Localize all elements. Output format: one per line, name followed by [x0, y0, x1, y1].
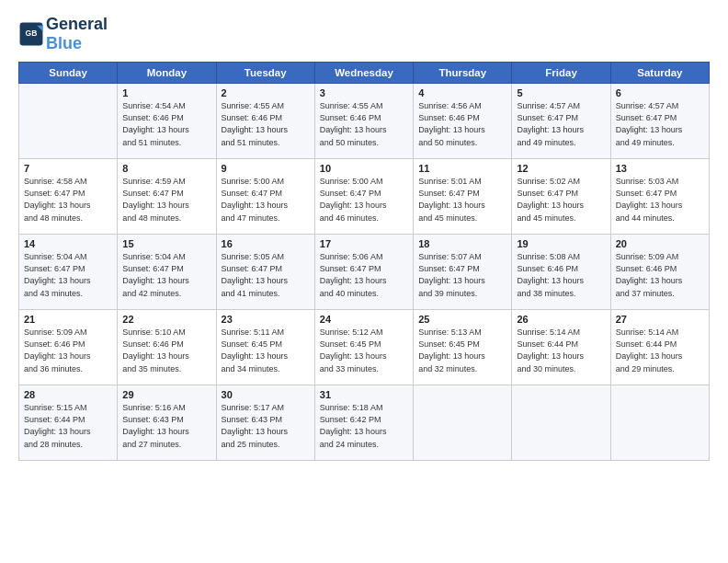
- day-cell: 4Sunrise: 4:56 AM Sunset: 6:46 PM Daylig…: [414, 84, 512, 159]
- day-info: Sunrise: 5:17 AM Sunset: 6:43 PM Dayligh…: [222, 402, 310, 450]
- day-cell: [610, 385, 709, 461]
- day-info: Sunrise: 5:09 AM Sunset: 6:46 PM Dayligh…: [24, 327, 112, 374]
- day-info: Sunrise: 4:55 AM Sunset: 6:46 PM Dayligh…: [320, 100, 408, 148]
- day-info: Sunrise: 5:00 AM Sunset: 6:47 PM Dayligh…: [320, 176, 408, 224]
- day-header-thursday: Thursday: [414, 63, 512, 84]
- week-row-3: 14Sunrise: 5:04 AM Sunset: 6:47 PM Dayli…: [19, 235, 710, 310]
- day-info: Sunrise: 5:04 AM Sunset: 6:47 PM Dayligh…: [122, 251, 210, 299]
- day-info: Sunrise: 5:02 AM Sunset: 6:47 PM Dayligh…: [517, 176, 605, 224]
- day-info: Sunrise: 5:15 AM Sunset: 6:44 PM Dayligh…: [24, 402, 112, 450]
- day-cell: 14Sunrise: 5:04 AM Sunset: 6:47 PM Dayli…: [19, 235, 118, 310]
- week-row-4: 21Sunrise: 5:09 AM Sunset: 6:46 PM Dayli…: [19, 310, 710, 385]
- day-info: Sunrise: 4:57 AM Sunset: 6:47 PM Dayligh…: [616, 100, 704, 148]
- day-info: Sunrise: 5:00 AM Sunset: 6:47 PM Dayligh…: [222, 176, 310, 224]
- day-info: Sunrise: 5:04 AM Sunset: 6:47 PM Dayligh…: [24, 251, 112, 299]
- day-cell: 15Sunrise: 5:04 AM Sunset: 6:47 PM Dayli…: [118, 235, 216, 310]
- week-row-1: 1Sunrise: 4:54 AM Sunset: 6:46 PM Daylig…: [19, 84, 710, 159]
- day-cell: 29Sunrise: 5:16 AM Sunset: 6:43 PM Dayli…: [118, 385, 216, 461]
- day-number: 14: [24, 238, 112, 249]
- day-number: 1: [122, 87, 210, 98]
- day-cell: 28Sunrise: 5:15 AM Sunset: 6:44 PM Dayli…: [19, 385, 118, 461]
- day-number: 12: [517, 163, 605, 174]
- day-number: 5: [517, 87, 605, 98]
- day-header-saturday: Saturday: [610, 63, 709, 84]
- day-cell: [512, 385, 610, 461]
- day-cell: 24Sunrise: 5:12 AM Sunset: 6:45 PM Dayli…: [314, 310, 413, 385]
- day-number: 9: [222, 163, 310, 174]
- day-info: Sunrise: 4:54 AM Sunset: 6:46 PM Dayligh…: [122, 100, 210, 148]
- day-info: Sunrise: 5:09 AM Sunset: 6:46 PM Dayligh…: [616, 251, 704, 299]
- day-number: 21: [24, 314, 112, 325]
- logo-blue: Blue: [46, 34, 108, 53]
- day-cell: 23Sunrise: 5:11 AM Sunset: 6:45 PM Dayli…: [216, 310, 314, 385]
- calendar-table: SundayMondayTuesdayWednesdayThursdayFrid…: [18, 62, 710, 461]
- day-number: 3: [320, 87, 408, 98]
- day-cell: 8Sunrise: 4:59 AM Sunset: 6:47 PM Daylig…: [118, 159, 216, 235]
- day-info: Sunrise: 5:12 AM Sunset: 6:45 PM Dayligh…: [320, 327, 408, 374]
- day-info: Sunrise: 4:58 AM Sunset: 6:47 PM Dayligh…: [24, 176, 112, 224]
- day-info: Sunrise: 5:13 AM Sunset: 6:45 PM Dayligh…: [418, 327, 506, 374]
- logo-icon: GB: [18, 21, 44, 47]
- day-cell: 6Sunrise: 4:57 AM Sunset: 6:47 PM Daylig…: [610, 84, 709, 159]
- day-cell: 12Sunrise: 5:02 AM Sunset: 6:47 PM Dayli…: [512, 159, 610, 235]
- day-info: Sunrise: 4:57 AM Sunset: 6:47 PM Dayligh…: [517, 100, 605, 148]
- day-cell: 5Sunrise: 4:57 AM Sunset: 6:47 PM Daylig…: [512, 84, 610, 159]
- day-number: 11: [418, 163, 506, 174]
- day-cell: 20Sunrise: 5:09 AM Sunset: 6:46 PM Dayli…: [610, 235, 709, 310]
- day-cell: 11Sunrise: 5:01 AM Sunset: 6:47 PM Dayli…: [414, 159, 512, 235]
- day-number: 8: [122, 163, 210, 174]
- day-cell: 13Sunrise: 5:03 AM Sunset: 6:47 PM Dayli…: [610, 159, 709, 235]
- day-header-wednesday: Wednesday: [314, 63, 413, 84]
- day-number: 26: [517, 314, 605, 325]
- week-row-2: 7Sunrise: 4:58 AM Sunset: 6:47 PM Daylig…: [19, 159, 710, 235]
- day-number: 17: [320, 238, 408, 249]
- day-info: Sunrise: 5:16 AM Sunset: 6:43 PM Dayligh…: [122, 402, 210, 450]
- day-number: 19: [517, 238, 605, 249]
- day-header-monday: Monday: [118, 63, 216, 84]
- day-header-tuesday: Tuesday: [216, 63, 314, 84]
- day-number: 24: [320, 314, 408, 325]
- day-cell: [414, 385, 512, 461]
- day-info: Sunrise: 5:08 AM Sunset: 6:46 PM Dayligh…: [517, 251, 605, 299]
- day-cell: [19, 84, 118, 159]
- day-number: 27: [616, 314, 704, 325]
- day-number: 18: [418, 238, 506, 249]
- day-cell: 2Sunrise: 4:55 AM Sunset: 6:46 PM Daylig…: [216, 84, 314, 159]
- day-number: 22: [122, 314, 210, 325]
- day-info: Sunrise: 5:14 AM Sunset: 6:44 PM Dayligh…: [517, 327, 605, 374]
- day-cell: 1Sunrise: 4:54 AM Sunset: 6:46 PM Daylig…: [118, 84, 216, 159]
- day-cell: 18Sunrise: 5:07 AM Sunset: 6:47 PM Dayli…: [414, 235, 512, 310]
- day-cell: 21Sunrise: 5:09 AM Sunset: 6:46 PM Dayli…: [19, 310, 118, 385]
- day-number: 16: [222, 238, 310, 249]
- day-info: Sunrise: 5:01 AM Sunset: 6:47 PM Dayligh…: [418, 176, 506, 224]
- svg-text:GB: GB: [26, 28, 38, 37]
- day-cell: 22Sunrise: 5:10 AM Sunset: 6:46 PM Dayli…: [118, 310, 216, 385]
- day-info: Sunrise: 5:14 AM Sunset: 6:44 PM Dayligh…: [616, 327, 704, 374]
- day-number: 4: [418, 87, 506, 98]
- day-cell: 30Sunrise: 5:17 AM Sunset: 6:43 PM Dayli…: [216, 385, 314, 461]
- day-cell: 27Sunrise: 5:14 AM Sunset: 6:44 PM Dayli…: [610, 310, 709, 385]
- day-cell: 7Sunrise: 4:58 AM Sunset: 6:47 PM Daylig…: [19, 159, 118, 235]
- day-header-friday: Friday: [512, 63, 610, 84]
- day-cell: 31Sunrise: 5:18 AM Sunset: 6:42 PM Dayli…: [314, 385, 413, 461]
- day-info: Sunrise: 5:03 AM Sunset: 6:47 PM Dayligh…: [616, 176, 704, 224]
- header: GB General Blue: [18, 15, 710, 52]
- day-cell: 25Sunrise: 5:13 AM Sunset: 6:45 PM Dayli…: [414, 310, 512, 385]
- day-cell: 26Sunrise: 5:14 AM Sunset: 6:44 PM Dayli…: [512, 310, 610, 385]
- day-number: 25: [418, 314, 506, 325]
- day-info: Sunrise: 5:11 AM Sunset: 6:45 PM Dayligh…: [222, 327, 310, 374]
- day-number: 23: [222, 314, 310, 325]
- day-cell: 3Sunrise: 4:55 AM Sunset: 6:46 PM Daylig…: [314, 84, 413, 159]
- day-info: Sunrise: 4:56 AM Sunset: 6:46 PM Dayligh…: [418, 100, 506, 148]
- logo-general: General: [46, 15, 108, 34]
- day-info: Sunrise: 4:55 AM Sunset: 6:46 PM Dayligh…: [222, 100, 310, 148]
- day-info: Sunrise: 5:10 AM Sunset: 6:46 PM Dayligh…: [122, 327, 210, 374]
- logo: GB General Blue: [18, 15, 108, 52]
- day-info: Sunrise: 5:06 AM Sunset: 6:47 PM Dayligh…: [320, 251, 408, 299]
- day-cell: 16Sunrise: 5:05 AM Sunset: 6:47 PM Dayli…: [216, 235, 314, 310]
- day-number: 30: [222, 389, 310, 400]
- day-info: Sunrise: 4:59 AM Sunset: 6:47 PM Dayligh…: [122, 176, 210, 224]
- day-number: 13: [616, 163, 704, 174]
- header-row: SundayMondayTuesdayWednesdayThursdayFrid…: [19, 63, 710, 84]
- day-number: 7: [24, 163, 112, 174]
